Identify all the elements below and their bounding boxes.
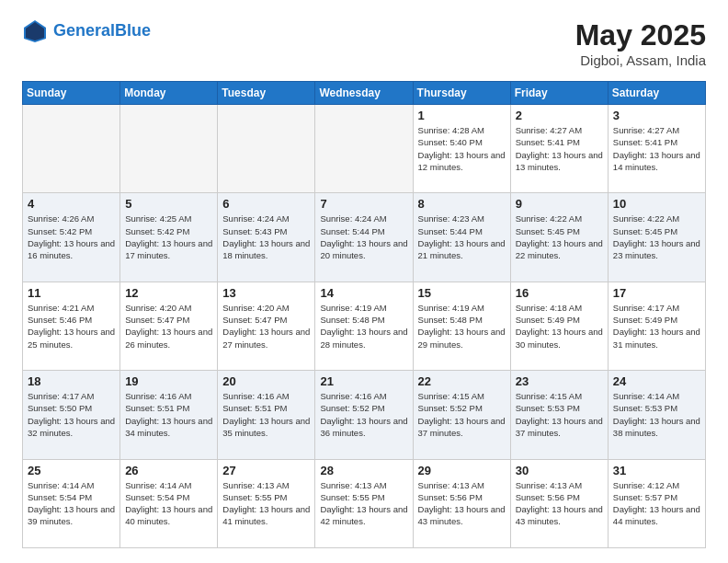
table-cell: 9Sunrise: 4:22 AM Sunset: 5:45 PM Daylig… [510, 193, 608, 282]
day-number: 31 [613, 464, 700, 477]
col-tuesday: Tuesday [218, 82, 315, 105]
cell-text: Sunrise: 4:15 AM Sunset: 5:53 PM Dayligh… [516, 390, 603, 439]
cell-text: Sunrise: 4:16 AM Sunset: 5:51 PM Dayligh… [222, 390, 310, 439]
day-number: 10 [613, 197, 700, 211]
day-number: 22 [418, 374, 506, 388]
day-number: 20 [222, 374, 310, 388]
table-cell: 20Sunrise: 4:16 AM Sunset: 5:51 PM Dayli… [218, 371, 315, 459]
subtitle: Digboi, Assam, India [575, 52, 706, 68]
cell-text: Sunrise: 4:22 AM Sunset: 5:45 PM Dayligh… [613, 213, 700, 261]
day-number: 26 [125, 464, 212, 477]
table-cell: 4Sunrise: 4:26 AM Sunset: 5:42 PM Daylig… [23, 193, 120, 282]
week-row-4: 18Sunrise: 4:17 AM Sunset: 5:50 PM Dayli… [23, 371, 706, 459]
table-cell: 11Sunrise: 4:21 AM Sunset: 5:46 PM Dayli… [23, 282, 120, 370]
col-saturday: Saturday [608, 82, 705, 105]
cell-text: Sunrise: 4:24 AM Sunset: 5:44 PM Dayligh… [320, 213, 407, 261]
table-cell: 5Sunrise: 4:25 AM Sunset: 5:42 PM Daylig… [120, 193, 218, 282]
table-cell: 12Sunrise: 4:20 AM Sunset: 5:47 PM Dayli… [120, 282, 218, 370]
table-cell: 14Sunrise: 4:19 AM Sunset: 5:48 PM Dayli… [315, 282, 413, 370]
day-number: 17 [613, 286, 700, 300]
day-number: 28 [320, 464, 407, 477]
table-cell: 6Sunrise: 4:24 AM Sunset: 5:43 PM Daylig… [218, 193, 315, 282]
day-number: 29 [418, 464, 506, 477]
cell-text: Sunrise: 4:18 AM Sunset: 5:49 PM Dayligh… [516, 302, 603, 350]
cell-text: Sunrise: 4:13 AM Sunset: 5:56 PM Dayligh… [418, 479, 506, 528]
day-number: 11 [28, 286, 115, 300]
table-cell: 7Sunrise: 4:24 AM Sunset: 5:44 PM Daylig… [315, 193, 413, 282]
col-monday: Monday [120, 82, 218, 105]
day-number: 18 [28, 374, 115, 388]
day-number: 1 [418, 109, 506, 122]
week-row-1: 1Sunrise: 4:28 AM Sunset: 5:40 PM Daylig… [23, 105, 706, 193]
col-friday: Friday [510, 82, 608, 105]
cell-text: Sunrise: 4:20 AM Sunset: 5:47 PM Dayligh… [125, 302, 212, 350]
table-cell: 3Sunrise: 4:27 AM Sunset: 5:41 PM Daylig… [608, 105, 705, 193]
table-cell: 8Sunrise: 4:23 AM Sunset: 5:44 PM Daylig… [413, 193, 510, 282]
col-sunday: Sunday [23, 82, 120, 105]
table-cell: 16Sunrise: 4:18 AM Sunset: 5:49 PM Dayli… [510, 282, 608, 370]
day-number: 27 [222, 464, 310, 477]
cell-text: Sunrise: 4:19 AM Sunset: 5:48 PM Dayligh… [418, 302, 506, 350]
day-number: 16 [516, 286, 603, 300]
cell-text: Sunrise: 4:26 AM Sunset: 5:42 PM Dayligh… [28, 213, 115, 261]
table-cell: 13Sunrise: 4:20 AM Sunset: 5:47 PM Dayli… [218, 282, 315, 370]
day-number: 14 [320, 286, 407, 300]
week-row-3: 11Sunrise: 4:21 AM Sunset: 5:46 PM Dayli… [23, 282, 706, 370]
header-row: Sunday Monday Tuesday Wednesday Thursday… [23, 82, 706, 105]
cell-text: Sunrise: 4:27 AM Sunset: 5:41 PM Dayligh… [613, 124, 700, 173]
table-cell: 22Sunrise: 4:15 AM Sunset: 5:52 PM Dayli… [413, 371, 510, 459]
table-cell: 10Sunrise: 4:22 AM Sunset: 5:45 PM Dayli… [608, 193, 705, 282]
title-block: May 2025 Digboi, Assam, India [575, 18, 706, 68]
day-number: 7 [320, 197, 407, 211]
day-number: 23 [516, 374, 603, 388]
cell-text: Sunrise: 4:16 AM Sunset: 5:52 PM Dayligh… [320, 390, 407, 439]
col-thursday: Thursday [413, 82, 510, 105]
col-wednesday: Wednesday [315, 82, 413, 105]
header: GeneralBlue May 2025 Digboi, Assam, Indi… [22, 18, 706, 68]
table-cell: 30Sunrise: 4:13 AM Sunset: 5:56 PM Dayli… [510, 459, 608, 547]
cell-text: Sunrise: 4:13 AM Sunset: 5:55 PM Dayligh… [320, 479, 407, 528]
table-cell: 23Sunrise: 4:15 AM Sunset: 5:53 PM Dayli… [510, 371, 608, 459]
cell-text: Sunrise: 4:23 AM Sunset: 5:44 PM Dayligh… [418, 213, 506, 261]
table-cell: 18Sunrise: 4:17 AM Sunset: 5:50 PM Dayli… [23, 371, 120, 459]
table-cell: 28Sunrise: 4:13 AM Sunset: 5:55 PM Dayli… [315, 459, 413, 547]
cell-text: Sunrise: 4:14 AM Sunset: 5:54 PM Dayligh… [125, 479, 212, 528]
table-cell: 21Sunrise: 4:16 AM Sunset: 5:52 PM Dayli… [315, 371, 413, 459]
day-number: 4 [28, 197, 115, 211]
cell-text: Sunrise: 4:13 AM Sunset: 5:56 PM Dayligh… [516, 479, 603, 528]
logo: GeneralBlue [22, 18, 151, 44]
cell-text: Sunrise: 4:25 AM Sunset: 5:42 PM Dayligh… [125, 213, 212, 261]
cell-text: Sunrise: 4:21 AM Sunset: 5:46 PM Dayligh… [28, 302, 115, 350]
day-number: 30 [516, 464, 603, 477]
table-cell: 31Sunrise: 4:12 AM Sunset: 5:57 PM Dayli… [608, 459, 705, 547]
table-cell [218, 105, 315, 193]
day-number: 25 [28, 464, 115, 477]
cell-text: Sunrise: 4:28 AM Sunset: 5:40 PM Dayligh… [418, 124, 506, 173]
table-cell: 17Sunrise: 4:17 AM Sunset: 5:49 PM Dayli… [608, 282, 705, 370]
day-number: 21 [320, 374, 407, 388]
cell-text: Sunrise: 4:27 AM Sunset: 5:41 PM Dayligh… [516, 124, 603, 173]
cell-text: Sunrise: 4:17 AM Sunset: 5:49 PM Dayligh… [613, 302, 700, 350]
day-number: 3 [613, 109, 700, 122]
table-cell: 27Sunrise: 4:13 AM Sunset: 5:55 PM Dayli… [218, 459, 315, 547]
day-number: 19 [125, 374, 212, 388]
table-cell: 24Sunrise: 4:14 AM Sunset: 5:53 PM Dayli… [608, 371, 705, 459]
day-number: 6 [222, 197, 310, 211]
calendar-table: Sunday Monday Tuesday Wednesday Thursday… [22, 81, 706, 548]
day-number: 15 [418, 286, 506, 300]
day-number: 2 [516, 109, 603, 122]
table-cell: 1Sunrise: 4:28 AM Sunset: 5:40 PM Daylig… [413, 105, 510, 193]
cell-text: Sunrise: 4:22 AM Sunset: 5:45 PM Dayligh… [516, 213, 603, 261]
cell-text: Sunrise: 4:24 AM Sunset: 5:43 PM Dayligh… [222, 213, 310, 261]
day-number: 13 [222, 286, 310, 300]
cell-text: Sunrise: 4:19 AM Sunset: 5:48 PM Dayligh… [320, 302, 407, 350]
table-cell: 15Sunrise: 4:19 AM Sunset: 5:48 PM Dayli… [413, 282, 510, 370]
day-number: 5 [125, 197, 212, 211]
table-cell [120, 105, 218, 193]
table-cell: 26Sunrise: 4:14 AM Sunset: 5:54 PM Dayli… [120, 459, 218, 547]
cell-text: Sunrise: 4:16 AM Sunset: 5:51 PM Dayligh… [125, 390, 212, 439]
day-number: 12 [125, 286, 212, 300]
table-cell: 25Sunrise: 4:14 AM Sunset: 5:54 PM Dayli… [23, 459, 120, 547]
page: GeneralBlue May 2025 Digboi, Assam, Indi… [0, 0, 728, 563]
day-number: 8 [418, 197, 506, 211]
